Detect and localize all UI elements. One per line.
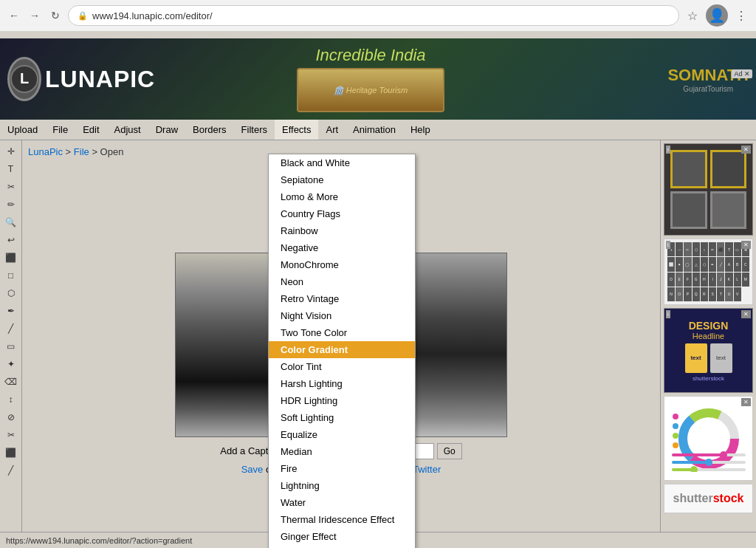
- refresh-button[interactable]: ↻: [47, 7, 63, 24]
- menu-item-harsh-lighting[interactable]: Harsh Lighting: [269, 375, 415, 392]
- pen-icon[interactable]: ✒: [3, 303, 19, 319]
- nav-effects[interactable]: Effects: [275, 120, 319, 140]
- select-icon[interactable]: ✛: [3, 143, 19, 160]
- url-bar[interactable]: 🔒 www194.lunapic.com/editor/: [68, 5, 679, 26]
- scissors-icon[interactable]: ✂: [3, 427, 19, 443]
- eraser-icon[interactable]: ⌫: [3, 374, 19, 390]
- ad-close-2[interactable]: ✕: [741, 241, 751, 249]
- nav-adjust[interactable]: Adjust: [107, 120, 148, 140]
- nav-filters[interactable]: Filters: [234, 120, 275, 140]
- menu-item-monochrome[interactable]: MonoChrome: [269, 256, 415, 273]
- nav-art[interactable]: Art: [318, 120, 346, 140]
- zoom-icon[interactable]: 🔍: [3, 214, 19, 230]
- save-link[interactable]: Save: [241, 464, 264, 475]
- menu-item-sepiatone[interactable]: Sepiatone: [269, 171, 415, 188]
- menu-item-rainbow[interactable]: Rainbow: [269, 222, 415, 239]
- nav-edit[interactable]: Edit: [75, 120, 106, 140]
- url-text: www194.lunapic.com/editor/: [92, 10, 213, 21]
- menu-item-lomo[interactable]: Lomo & More: [269, 188, 415, 205]
- ad-info-1: i: [666, 145, 670, 154]
- menu-item-thermal[interactable]: Thermal Iridescence Effect: [269, 511, 415, 528]
- menu-item-ginger[interactable]: Ginger Effect: [269, 528, 415, 545]
- ad-block-2: + ↔ ✂ ⬡ ○ ✏ ⬛ T ▭ ⊕ ⬜ ✦ ◯ △ ⬡: [664, 239, 753, 305]
- star-icon[interactable]: ✦: [3, 356, 19, 372]
- nav-draw[interactable]: Draw: [148, 120, 185, 140]
- tagline-text: GujaratTourism: [683, 85, 733, 93]
- ad-info-2: i: [666, 241, 670, 249]
- lock-icon: 🔒: [78, 11, 88, 21]
- browser-chrome: ← → ↻ 🔒 www194.lunapic.com/editor/ ☆ 👤 ⋮: [0, 0, 756, 31]
- menu-button[interactable]: ⋮: [732, 7, 750, 24]
- menu-item-neon[interactable]: Neon: [269, 273, 415, 290]
- diagonal-icon[interactable]: ╱: [3, 462, 19, 479]
- svg-rect-14: [672, 461, 709, 464]
- svg-point-12: [720, 451, 727, 459]
- resize-icon[interactable]: ↕: [3, 391, 19, 408]
- back-button[interactable]: ←: [6, 7, 22, 24]
- ad-block-3: DESIGN Headline text text shutterstock ✕…: [664, 308, 753, 393]
- nav-bar: Upload File Edit Adjust Draw Borders Fil…: [0, 120, 756, 140]
- menu-item-country-flags[interactable]: Country Flags: [269, 205, 415, 222]
- menu-item-lightning[interactable]: Lightning: [269, 477, 415, 494]
- nav-help[interactable]: Help: [403, 120, 438, 140]
- ad-close-3[interactable]: ✕: [741, 310, 751, 318]
- menu-item-soft-lighting[interactable]: Soft Lighting: [269, 409, 415, 426]
- menu-item-night-vision[interactable]: Night Vision: [269, 307, 415, 324]
- svg-text:L: L: [20, 70, 29, 86]
- right-sidebar: ✕ i + ↔ ✂ ⬡ ○ ✏ ⬛ T ▭ ⊕: [660, 140, 756, 532]
- nav-borders[interactable]: Borders: [185, 120, 234, 140]
- avatar: 👤: [706, 4, 728, 27]
- ad-info-3: i: [666, 310, 670, 318]
- ad-block-1: ✕ i: [664, 143, 753, 236]
- menu-item-black-and-white[interactable]: Black and White: [269, 154, 415, 171]
- star-button[interactable]: ☆: [684, 7, 701, 24]
- draw-icon[interactable]: ✏: [3, 196, 19, 213]
- menu-item-retro-vintage[interactable]: Retro Vintage: [269, 290, 415, 307]
- site-header: L LUNAPIC Incredible India 🏛️ Heritage T…: [0, 38, 756, 120]
- svg-rect-11: [672, 453, 724, 456]
- go-button[interactable]: Go: [437, 443, 462, 459]
- menu-item-color-tint[interactable]: Color Tint: [269, 358, 415, 375]
- color-icon[interactable]: ⬛: [3, 445, 19, 461]
- browser-toolbar: ← → ↻ 🔒 www194.lunapic.com/editor/ ☆ 👤 ⋮: [0, 0, 756, 31]
- crop-icon[interactable]: ✂: [3, 179, 19, 195]
- fill-icon[interactable]: ⬛: [3, 250, 19, 266]
- shutterstock-logo: shutterstock: [673, 492, 743, 505]
- line-icon[interactable]: ╱: [3, 321, 19, 337]
- menu-item-color-gradient[interactable]: Color Gradient: [269, 341, 415, 358]
- ad-block-4: ✕: [664, 396, 753, 481]
- undo-icon[interactable]: ↩: [3, 232, 19, 248]
- banner-right: SOMNATH GujaratTourism Ad ✕: [594, 66, 756, 93]
- rect-icon[interactable]: □: [3, 267, 19, 284]
- text-icon[interactable]: T: [3, 161, 19, 177]
- svg-point-18: [690, 466, 698, 472]
- breadcrumb-home[interactable]: LunaPic: [28, 146, 63, 157]
- menu-item-equalize[interactable]: Equalize: [269, 426, 415, 443]
- left-toolbar: ✛ T ✂ ✏ 🔍 ↩ ⬛ □ ⬡ ✒ ╱ ▭ ✦ ⌫ ↕ ⊘ ✂ ⬛ ╱: [0, 140, 22, 532]
- menu-item-fire[interactable]: Fire: [269, 460, 415, 477]
- menu-item-water[interactable]: Water: [269, 494, 415, 511]
- menu-item-median[interactable]: Median: [269, 443, 415, 460]
- menu-item-two-tone-color[interactable]: Two Tone Color: [269, 324, 415, 341]
- forward-button[interactable]: →: [27, 7, 43, 24]
- menu-item-hdr-lighting[interactable]: HDR Lighting: [269, 392, 415, 409]
- shape-icon[interactable]: ⬡: [3, 285, 19, 301]
- nav-upload[interactable]: Upload: [0, 120, 45, 140]
- logo-text: LUNAPIC: [45, 66, 155, 93]
- selection-icon[interactable]: ▭: [3, 338, 19, 355]
- menu-item-heatmap[interactable]: Heatmap Effect: [269, 545, 415, 548]
- ad-close-1[interactable]: ✕: [741, 145, 751, 154]
- twitter-link[interactable]: Twitter: [413, 464, 441, 475]
- page-wrapper: ← → ↻ 🔒 www194.lunapic.com/editor/ ☆ 👤 ⋮…: [0, 0, 756, 548]
- logo-area: L LUNAPIC: [0, 49, 148, 109]
- shutterstock-block: shutterstock: [664, 484, 753, 513]
- menu-item-negative[interactable]: Negative: [269, 239, 415, 256]
- ad-badge: Ad ✕: [732, 69, 752, 78]
- ad-close-4[interactable]: ✕: [741, 398, 751, 406]
- breadcrumb-file[interactable]: File: [74, 146, 89, 157]
- nav-animation[interactable]: Animation: [346, 120, 403, 140]
- svg-point-7: [673, 423, 678, 429]
- cancel-icon[interactable]: ⊘: [3, 409, 19, 425]
- svg-point-9: [673, 442, 678, 448]
- nav-file[interactable]: File: [45, 120, 75, 140]
